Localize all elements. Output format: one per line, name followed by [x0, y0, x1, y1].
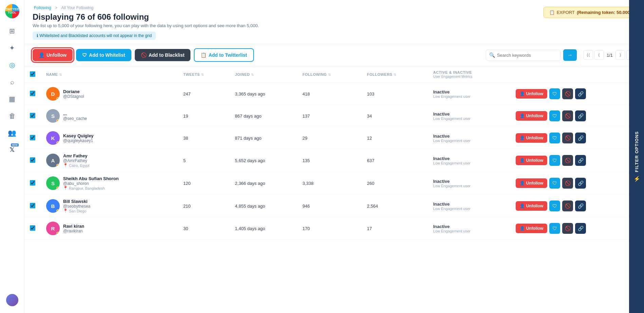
row-unfollow-btn-5[interactable]: 👤 Unfollow	[516, 178, 548, 188]
sidebar-item-search[interactable]: ⌕	[5, 75, 19, 89]
col-following[interactable]: FOLLOWING	[297, 66, 362, 83]
first-page-button[interactable]: ⟨⟨	[584, 50, 593, 60]
row-blacklist-btn-6[interactable]: 🚫	[562, 201, 573, 211]
row-blacklist-btn-2[interactable]: 🚫	[562, 110, 573, 121]
user-handle-7: @ravikiran	[63, 229, 84, 233]
unfollow-icon-2: 👤	[520, 114, 525, 118]
export-token: (Remaining token: 50.000)	[577, 10, 631, 15]
row-checkbox-5[interactable]	[30, 180, 35, 186]
row-blacklist-btn-5[interactable]: 🚫	[562, 178, 573, 189]
col-joined[interactable]: JOINED	[229, 66, 297, 83]
unfollow-icon-5: 👤	[520, 181, 525, 186]
row-tweets-5: 120	[178, 172, 229, 195]
row-engagement-1: Inactive Low Engagement user	[428, 83, 510, 105]
select-all-header	[24, 66, 41, 83]
row-link-btn-3[interactable]: 🔗	[575, 133, 586, 143]
sidebar-item-analytics[interactable]: ▦	[5, 92, 19, 106]
row-whitelist-btn-4[interactable]: 🛡	[549, 155, 560, 166]
row-following-2: 137	[297, 105, 362, 127]
row-link-btn-6[interactable]: 🔗	[575, 201, 586, 211]
user-avatar-7: R	[46, 222, 60, 235]
block-icon-6: 🚫	[565, 203, 571, 209]
row-blacklist-btn-3[interactable]: 🚫	[562, 133, 573, 143]
select-all-checkbox[interactable]	[30, 71, 35, 77]
row-checkbox-cell	[24, 149, 41, 172]
row-checkbox-6[interactable]	[30, 203, 35, 208]
blacklist-label: Add to Blacklist	[149, 52, 185, 58]
user-name-2: ...	[63, 111, 87, 116]
row-whitelist-btn-5[interactable]: 🛡	[549, 178, 560, 189]
user-handle-1: @DStagnol	[63, 94, 84, 99]
row-whitelist-btn-2[interactable]: 🛡	[549, 110, 560, 121]
row-checkbox-cell	[24, 105, 41, 127]
col-followers[interactable]: FOLLOWERS	[362, 66, 428, 83]
row-blacklist-btn-7[interactable]: 🚫	[562, 223, 573, 234]
row-joined-2: 867 days ago	[229, 105, 297, 127]
user-avatar[interactable]	[6, 294, 18, 306]
row-whitelist-btn-6[interactable]: 🛡	[549, 201, 560, 211]
shield-icon: 🛡	[82, 52, 87, 58]
sidebar-item-x-post[interactable]: 𝕏 NEW	[5, 143, 19, 157]
sidebar-item-targeting[interactable]: ◎	[5, 58, 19, 72]
user-handle-4: @AmrFathey	[63, 158, 90, 163]
row-whitelist-btn-1[interactable]: 🛡	[549, 88, 560, 99]
row-followers-5: 260	[362, 172, 428, 195]
filter-panel[interactable]: ⚡ FILTER OPTIONS	[629, 0, 644, 313]
user-location-5: 📍Rangpur, Bangladesh	[63, 186, 118, 190]
row-whitelist-btn-3[interactable]: 🛡	[549, 133, 560, 143]
blacklist-button[interactable]: 🚫 Add to Blacklist	[135, 49, 191, 61]
sidebar-item-network[interactable]: ✦	[5, 41, 19, 55]
prev-page-button[interactable]: ⟨	[594, 50, 604, 60]
row-link-btn-2[interactable]: 🔗	[575, 110, 586, 121]
search-input[interactable]	[486, 50, 560, 61]
twitterlist-button[interactable]: 📋 Add to Twitterlist	[194, 48, 254, 62]
breadcrumb-following[interactable]: Following	[34, 5, 51, 10]
row-actions-1: 👤 Unfollow 🛡 🚫 🔗	[510, 83, 644, 105]
row-unfollow-btn-4[interactable]: 👤 Unfollow	[516, 156, 548, 165]
row-checkbox-2[interactable]	[30, 113, 35, 118]
main-content: 📋 EXPORT (Remaining token: 50.000) Follo…	[24, 0, 644, 313]
users-icon: 👥	[8, 129, 16, 137]
row-checkbox-cell	[24, 83, 41, 105]
row-unfollow-btn-3[interactable]: 👤 Unfollow	[516, 133, 548, 143]
whitelist-button[interactable]: 🛡 Add to Whitelist	[76, 49, 131, 61]
row-whitelist-btn-7[interactable]: 🛡	[549, 223, 560, 234]
row-link-btn-5[interactable]: 🔗	[575, 178, 586, 189]
sidebar-item-trash[interactable]: 🗑	[5, 109, 19, 123]
user-location-4: 📍Cairo, Egypt	[63, 163, 90, 168]
search-go-button[interactable]: →	[563, 49, 577, 61]
col-tweets[interactable]: TWEETS	[178, 66, 229, 83]
row-link-btn-4[interactable]: 🔗	[575, 155, 586, 166]
shield-icon-3: 🛡	[552, 135, 557, 141]
row-followers-2: 34	[362, 105, 428, 127]
row-actions-6: 👤 Unfollow 🛡 🚫 🔗	[510, 195, 644, 218]
row-link-btn-7[interactable]: 🔗	[575, 223, 586, 234]
user-handle-6: @seobythesea	[63, 204, 90, 209]
row-unfollow-btn-7[interactable]: 👤 Unfollow	[516, 224, 548, 233]
user-location-6: 📍San Diego	[63, 209, 90, 213]
row-engagement-6: Inactive Low Engagement user	[428, 195, 510, 218]
user-name-1: Doriane	[63, 89, 84, 94]
next-page-button[interactable]: ⟩	[615, 50, 625, 60]
table-row: D Doriane @DStagnol 247 3,365 days ago 4…	[24, 83, 644, 105]
unfollow-button[interactable]: 👤 Unfollow	[33, 49, 73, 61]
row-checkbox-7[interactable]	[30, 225, 35, 231]
row-unfollow-btn-6[interactable]: 👤 Unfollow	[516, 201, 548, 211]
sidebar-item-users[interactable]: 👥	[5, 126, 19, 140]
row-checkbox-1[interactable]	[30, 91, 35, 96]
row-checkbox-3[interactable]	[30, 135, 35, 140]
row-checkbox-4[interactable]	[30, 157, 35, 163]
row-actions-7: 👤 Unfollow 🛡 🚫 🔗	[510, 218, 644, 240]
pagination: ⟨⟨ ⟨ 1/1 ⟩ ⟩⟩	[584, 50, 636, 60]
unfollow-icon-7: 👤	[520, 226, 525, 231]
row-blacklist-btn-1[interactable]: 🚫	[562, 88, 573, 99]
user-name-7: Ravi kiran	[63, 224, 84, 229]
col-name[interactable]: NAME	[41, 66, 178, 83]
row-link-btn-1[interactable]: 🔗	[575, 88, 586, 99]
row-blacklist-btn-4[interactable]: 🚫	[562, 155, 573, 166]
row-unfollow-btn-2[interactable]: 👤 Unfollow	[516, 111, 548, 121]
row-unfollow-btn-1[interactable]: 👤 Unfollow	[516, 89, 548, 99]
sidebar-item-dashboard[interactable]: ⊞	[5, 24, 19, 38]
export-label: EXPORT	[557, 10, 575, 15]
export-button[interactable]: 📋 EXPORT (Remaining token: 50.000)	[544, 7, 637, 18]
